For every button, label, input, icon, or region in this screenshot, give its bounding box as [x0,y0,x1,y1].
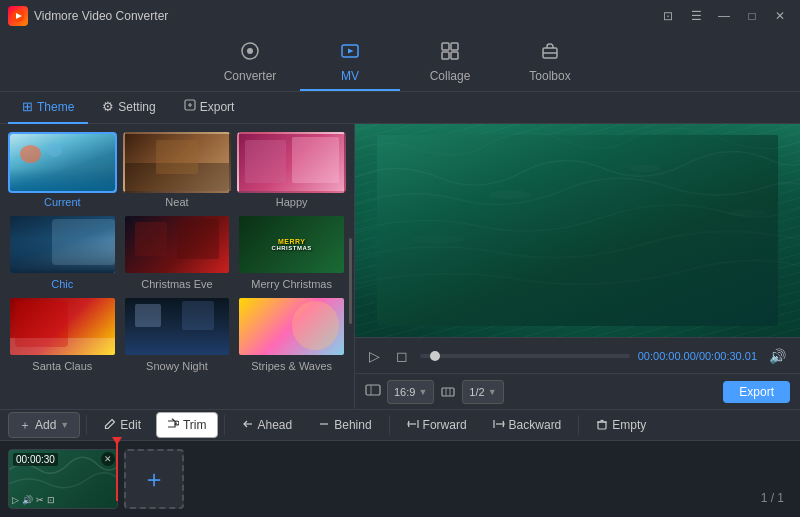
svg-rect-16 [366,385,380,395]
theme-neat-label: Neat [123,196,232,208]
sub-tab-setting-label: Setting [118,100,155,114]
progress-bar[interactable] [420,354,630,358]
size-icon [440,384,456,400]
svg-rect-7 [442,52,449,59]
svg-rect-27 [598,422,606,429]
video-controls: ▷ ◻ 00:00:00.00/00:00:30.01 🔊 [355,337,800,373]
add-chevron: ▼ [60,420,69,430]
ratio-controls: 16:9 ▼ 1/2 ▼ [365,380,504,404]
sub-tab-export[interactable]: Export [170,92,249,124]
sub-toolbar: ⊞ Theme ⚙ Setting Export [0,92,800,124]
svg-rect-6 [451,43,458,50]
tab-converter-label: Converter [224,69,277,83]
sub-tab-setting[interactable]: ⚙ Setting [88,92,169,124]
edit-icon [104,418,116,433]
theme-neat[interactable]: Neat [123,132,232,208]
clip-audio-icon: 🔊 [22,495,33,505]
video-preview [355,124,800,337]
theme-santa-claus-label: Santa Claus [8,360,117,372]
chat-button[interactable]: ⊡ [656,6,680,26]
progress-dot[interactable] [430,351,440,361]
menu-button[interactable]: ☰ [684,6,708,26]
add-label: Add [35,418,56,432]
minimize-button[interactable]: — [712,6,736,26]
trim-label: Trim [183,418,207,432]
scroll-strip [349,238,352,324]
add-clip-icon: ＋ [142,463,166,495]
forward-icon [407,418,419,433]
behind-icon [318,418,330,433]
content: ⊞ Theme ⚙ Setting Export ✓ [0,92,800,517]
clip-close-button[interactable]: ✕ [101,452,115,466]
theme-santa-claus[interactable]: Santa Claus [8,296,117,372]
nav-tabs: Converter MV Collage [0,32,800,92]
timeline-track: 00:00:30 ✕ ▷ 🔊 ✂ ⊡ ＋ 1 / 1 [0,441,800,517]
add-clip-button[interactable]: ＋ [124,449,184,509]
ratio-select[interactable]: 16:9 ▼ [387,380,434,404]
title-bar-left: Vidmore Video Converter [8,6,168,26]
theme-christmas-eve-label: Christmas Eve [123,278,232,290]
tab-mv-label: MV [341,69,359,83]
theme-icon: ⊞ [22,99,33,114]
ahead-icon [242,418,254,433]
toolbox-icon [540,41,560,66]
trim-icon [167,418,179,433]
forward-button[interactable]: Forward [396,412,478,438]
clip-play-icon: ▷ [12,495,19,505]
backward-button[interactable]: Backward [482,412,573,438]
empty-button[interactable]: Empty [585,412,657,438]
theme-current[interactable]: ✓ Current [8,132,117,208]
clip-duration: 00:00:30 [13,453,58,466]
tab-collage[interactable]: Collage [400,39,500,91]
edit-button[interactable]: Edit [93,412,152,438]
theme-snowy-night-label: Snowy Night [123,360,232,372]
forward-label: Forward [423,418,467,432]
trim-button[interactable]: Trim [156,412,218,438]
tab-converter[interactable]: Converter [200,39,300,91]
page-indicator: 1 / 1 [761,491,784,505]
tab-toolbox[interactable]: Toolbox [500,39,600,91]
theme-chic-label: Chic [8,278,117,290]
sub-tab-export-label: Export [200,100,235,114]
export-button[interactable]: Export [723,381,790,403]
theme-panel: ✓ Current [0,124,355,409]
close-button[interactable]: ✕ [768,6,792,26]
sub-tab-theme[interactable]: ⊞ Theme [8,92,88,124]
bottom-bar: 16:9 ▼ 1/2 ▼ Export [355,373,800,409]
play-button[interactable]: ▷ [365,346,384,366]
backward-label: Backward [509,418,562,432]
stop-button[interactable]: ◻ [392,346,412,366]
size-select[interactable]: 1/2 ▼ [462,380,503,404]
svg-point-3 [247,48,253,54]
svg-point-12 [490,191,531,200]
theme-happy[interactable]: Happy [237,132,346,208]
volume-button[interactable]: 🔊 [765,346,790,366]
svg-rect-5 [442,43,449,50]
clip-trim-icon: ✂ [36,495,44,505]
trim-marker [116,441,118,501]
main: ✓ Current [0,124,800,409]
tab-mv[interactable]: MV [300,39,400,91]
maximize-button[interactable]: □ [740,6,764,26]
video-panel: ▷ ◻ 00:00:00.00/00:00:30.01 🔊 [355,124,800,409]
theme-grid: ✓ Current [8,132,346,372]
theme-chic[interactable]: Chic [8,214,117,290]
theme-christmas-eve[interactable]: Christmas Eve [123,214,232,290]
svg-rect-8 [451,52,458,59]
app-logo [8,6,28,26]
ahead-button[interactable]: Ahead [231,412,304,438]
theme-stripes-waves[interactable]: Stripes & Waves [237,296,346,372]
size-value: 1/2 [469,386,484,398]
theme-merry-christmas[interactable]: MERRY CHRISTMAS Merry Christmas [237,214,346,290]
theme-snowy-night[interactable]: Snowy Night [123,296,232,372]
add-icon: ＋ [19,417,31,434]
mv-icon [340,41,360,66]
timeline-toolbar: ＋ Add ▼ Edit T [0,410,800,441]
add-button[interactable]: ＋ Add ▼ [8,412,80,438]
behind-button[interactable]: Behind [307,412,382,438]
clip-crop-icon: ⊡ [47,495,55,505]
divider-2 [224,415,225,435]
svg-point-14 [730,209,767,216]
timeline-clip[interactable]: 00:00:30 ✕ ▷ 🔊 ✂ ⊡ [8,449,118,509]
theme-stripes-waves-label: Stripes & Waves [237,360,346,372]
